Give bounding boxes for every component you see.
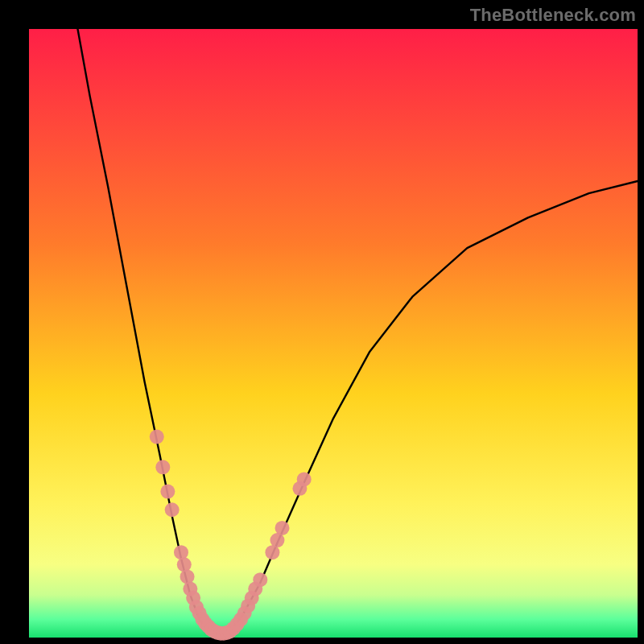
- plot-background: [29, 29, 638, 638]
- highlight-dot: [160, 485, 175, 499]
- chart-stage: TheBottleneck.com: [0, 0, 644, 644]
- highlight-dot: [174, 545, 188, 559]
- chart-svg: [0, 0, 644, 644]
- highlight-dot: [150, 430, 164, 444]
- highlight-dot: [180, 569, 195, 584]
- highlight-dot: [275, 521, 290, 535]
- highlight-dot: [155, 460, 170, 474]
- highlight-dot: [165, 502, 180, 517]
- highlight-dot: [177, 557, 192, 572]
- highlight-dot: [253, 572, 267, 587]
- highlight-dot: [297, 472, 312, 486]
